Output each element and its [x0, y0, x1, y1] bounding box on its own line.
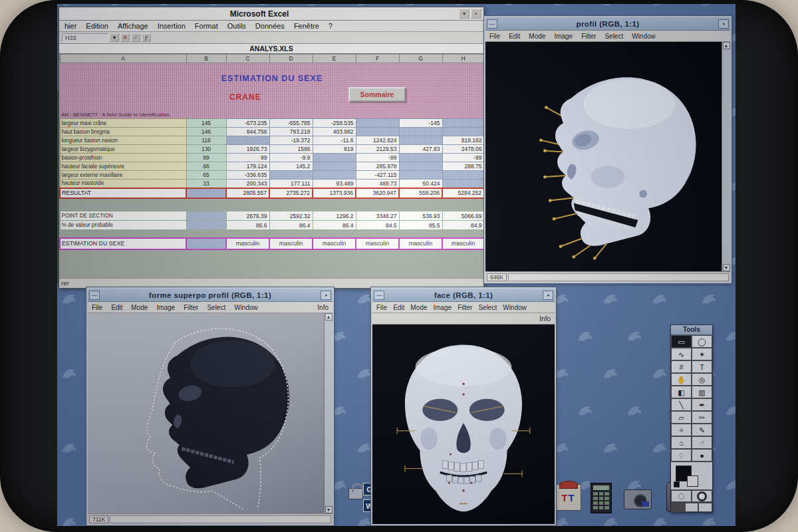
eraser-icon[interactable]: ▱: [671, 411, 692, 424]
cell[interactable]: 86.6: [226, 221, 269, 230]
confirm-icon[interactable]: ✓: [131, 33, 140, 42]
line-icon[interactable]: ╲: [671, 398, 692, 411]
menu-file[interactable]: File: [489, 33, 500, 40]
row-label[interactable]: hauteur faciale supérieure: [60, 162, 186, 171]
standard-screen-button[interactable]: [671, 503, 685, 512]
cell[interactable]: 86.4: [313, 221, 356, 230]
menu-help[interactable]: ?: [329, 22, 332, 30]
zoom-icon[interactable]: ◎: [692, 373, 712, 386]
menu-select[interactable]: Select: [604, 33, 623, 40]
cell[interactable]: 1242.824: [356, 136, 399, 145]
row-label[interactable]: hauteur mastoïde: [60, 180, 186, 188]
cell[interactable]: 99: [226, 154, 269, 162]
superpo-titlebar[interactable]: — forme superpo profil (RGB, 1:1) ▪: [88, 289, 332, 302]
workbook-titlebar[interactable]: ANALYS.XLS: [59, 44, 483, 54]
cell[interactable]: [269, 171, 313, 180]
sommaire-button[interactable]: Sommaire: [348, 87, 406, 102]
menu-outils[interactable]: Outils: [227, 22, 246, 30]
cell[interactable]: 86.4: [269, 221, 313, 230]
menu-info[interactable]: Info: [539, 315, 551, 323]
menu-window[interactable]: Window: [503, 304, 527, 311]
cell[interactable]: 427.83: [399, 145, 442, 154]
cell[interactable]: 2676.39: [226, 211, 269, 221]
sysmenu-icon[interactable]: —: [89, 291, 100, 300]
cell[interactable]: [356, 128, 399, 136]
menu-filter[interactable]: Filter: [184, 304, 198, 311]
cell[interactable]: masculin: [442, 238, 483, 249]
cell[interactable]: [399, 171, 442, 180]
menu-image[interactable]: Image: [433, 304, 452, 311]
cell[interactable]: 1373.936: [313, 188, 356, 198]
type-icon[interactable]: T: [692, 360, 712, 373]
row-label[interactable]: largeur maxi crâne: [60, 119, 186, 128]
menu-fenetre[interactable]: Fenêtre: [294, 22, 319, 30]
fullscreen-button[interactable]: [698, 503, 712, 512]
cell[interactable]: 558.206: [399, 188, 442, 198]
col-header[interactable]: D: [269, 55, 313, 63]
default-colors-icon[interactable]: [674, 481, 680, 487]
cell[interactable]: -99: [356, 154, 399, 162]
cell[interactable]: 145.2: [269, 162, 313, 171]
scroll-up-icon[interactable]: ▲: [325, 313, 332, 321]
function-icon[interactable]: ƒ: [142, 33, 151, 42]
row-label[interactable]: longueur basion nasion: [60, 136, 186, 145]
magic-wand-icon[interactable]: ✶: [692, 348, 712, 360]
quickmask-mode-button[interactable]: [692, 490, 712, 502]
paintbrush-icon[interactable]: ✎: [692, 424, 712, 436]
cell[interactable]: 488.73: [356, 180, 399, 188]
cell[interactable]: 99: [186, 154, 226, 162]
col-header[interactable]: F: [356, 55, 399, 63]
cell[interactable]: masculin: [269, 238, 313, 249]
row-label[interactable]: ESTIMATION DU SEXE: [60, 238, 186, 249]
cell[interactable]: 2805.557: [226, 188, 269, 198]
rect-marquee-icon[interactable]: ▭: [671, 335, 692, 348]
cell[interactable]: [186, 221, 226, 230]
menu-fichier[interactable]: hier: [65, 22, 76, 30]
paint-bucket-icon[interactable]: ◧: [671, 386, 692, 398]
menu-file[interactable]: File: [92, 304, 102, 311]
cell[interactable]: [442, 180, 483, 188]
row-label[interactable]: largeur externe maxillaire: [60, 171, 186, 180]
cell[interactable]: 33: [186, 180, 226, 188]
menu-file[interactable]: File: [376, 304, 387, 311]
cell[interactable]: [226, 136, 269, 145]
vertical-scrollbar[interactable]: ▲ ▼: [324, 313, 332, 513]
menu-image[interactable]: Image: [156, 304, 175, 311]
row-label[interactable]: POINT DE SECTION: [60, 211, 186, 221]
smudge-icon[interactable]: ☝: [692, 436, 712, 449]
cell[interactable]: 2735.272: [269, 188, 313, 198]
cell[interactable]: -11.6: [313, 136, 356, 145]
cell[interactable]: masculin: [399, 238, 442, 249]
cell[interactable]: 93.489: [313, 180, 356, 188]
row-label[interactable]: RESULTAT: [60, 188, 186, 198]
cell[interactable]: -258.535: [313, 119, 356, 128]
menu-edition[interactable]: Edition: [86, 22, 108, 30]
row-label[interactable]: basion-prosthion: [60, 154, 186, 162]
cell-reference-box[interactable]: H33: [62, 33, 108, 43]
maximize-icon[interactable]: ▪: [543, 291, 553, 300]
sysmenu-icon[interactable]: —: [487, 19, 497, 29]
cell[interactable]: 65: [186, 171, 226, 180]
cell[interactable]: 130: [186, 145, 226, 154]
sysmenu-icon[interactable]: —: [374, 291, 384, 300]
cell[interactable]: 2129.53: [356, 145, 399, 154]
truetype-icon[interactable]: TT: [555, 484, 581, 511]
cell[interactable]: [186, 188, 226, 198]
background-color-swatch[interactable]: [687, 475, 698, 487]
col-header[interactable]: G: [399, 55, 442, 63]
cell[interactable]: -145: [399, 119, 442, 128]
cell[interactable]: 3348.27: [356, 211, 399, 221]
excel-titlebar[interactable]: Microsoft Excel ▾ ▪: [59, 7, 483, 21]
cell[interactable]: -9.9: [269, 154, 313, 162]
dropdown-icon[interactable]: ▾: [110, 33, 119, 42]
menu-format[interactable]: Format: [195, 22, 218, 30]
maximize-icon[interactable]: ▪: [471, 9, 481, 19]
cell[interactable]: [313, 154, 356, 162]
cell[interactable]: [186, 238, 226, 249]
cell[interactable]: 200.343: [226, 180, 269, 188]
cell[interactable]: 179.124: [226, 162, 269, 171]
profil-titlebar[interactable]: — profil (RGB, 1:1) ▪: [485, 17, 730, 31]
cell[interactable]: 288.75: [442, 162, 483, 171]
cell[interactable]: [313, 162, 356, 171]
cell[interactable]: -427.115: [356, 171, 399, 180]
